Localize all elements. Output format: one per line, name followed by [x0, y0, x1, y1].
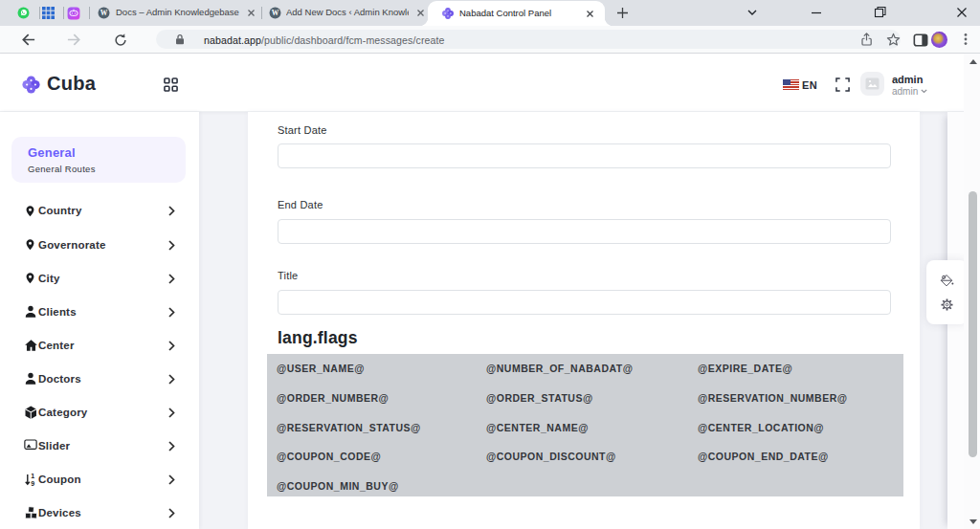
svg-text:1: 1 [31, 473, 34, 479]
svg-text:W: W [100, 9, 108, 17]
svg-text:9: 9 [31, 480, 34, 487]
svg-text:W: W [272, 9, 279, 17]
